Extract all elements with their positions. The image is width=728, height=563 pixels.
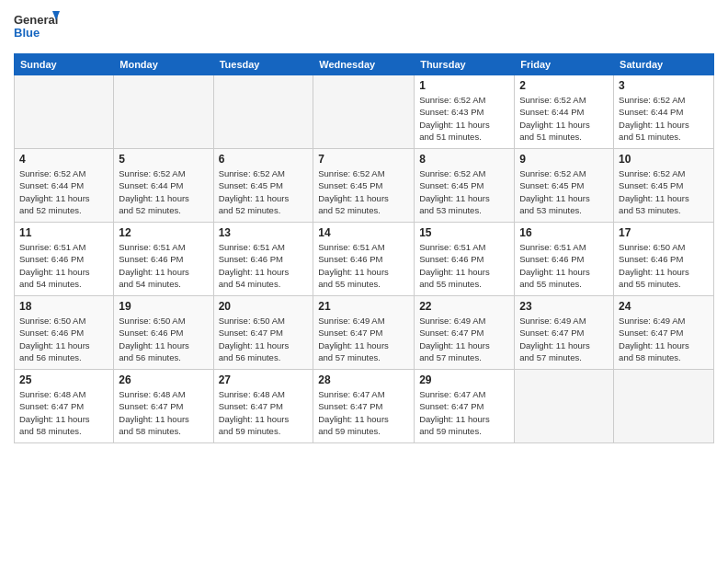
day-number: 14	[318, 226, 409, 239]
day-info: Sunrise: 6:52 AMSunset: 6:45 PMDaylight:…	[219, 167, 309, 216]
day-number: 8	[419, 153, 509, 166]
day-cell: 22Sunrise: 6:49 AMSunset: 6:47 PMDayligh…	[415, 296, 515, 370]
day-cell	[114, 75, 213, 149]
day-cell	[515, 370, 614, 443]
day-number: 27	[219, 373, 309, 386]
day-info: Sunrise: 6:51 AMSunset: 6:46 PMDaylight:…	[419, 241, 509, 290]
day-info: Sunrise: 6:52 AMSunset: 6:44 PMDaylight:…	[619, 94, 709, 143]
week-row-3: 11Sunrise: 6:51 AMSunset: 6:46 PMDayligh…	[15, 223, 714, 296]
day-info: Sunrise: 6:52 AMSunset: 6:45 PMDaylight:…	[519, 167, 609, 216]
day-number: 23	[519, 300, 609, 313]
week-row-5: 25Sunrise: 6:48 AMSunset: 6:47 PMDayligh…	[15, 370, 714, 443]
header-thursday: Thursday	[415, 54, 515, 75]
day-number: 2	[519, 79, 609, 92]
day-info: Sunrise: 6:47 AMSunset: 6:47 PMDaylight:…	[318, 388, 409, 437]
day-info: Sunrise: 6:49 AMSunset: 6:47 PMDaylight:…	[619, 315, 709, 363]
day-cell: 2Sunrise: 6:52 AMSunset: 6:44 PMDaylight…	[515, 75, 614, 149]
day-info: Sunrise: 6:48 AMSunset: 6:47 PMDaylight:…	[219, 388, 309, 437]
day-info: Sunrise: 6:52 AMSunset: 6:45 PMDaylight:…	[318, 167, 409, 216]
day-cell: 3Sunrise: 6:52 AMSunset: 6:44 PMDaylight…	[614, 75, 714, 149]
day-info: Sunrise: 6:49 AMSunset: 6:47 PMDaylight:…	[419, 315, 509, 363]
day-info: Sunrise: 6:48 AMSunset: 6:47 PMDaylight:…	[19, 388, 108, 437]
day-cell: 5Sunrise: 6:52 AMSunset: 6:44 PMDaylight…	[114, 149, 213, 223]
day-info: Sunrise: 6:52 AMSunset: 6:44 PMDaylight:…	[119, 167, 208, 216]
day-info: Sunrise: 6:52 AMSunset: 6:45 PMDaylight:…	[419, 167, 509, 216]
day-cell: 24Sunrise: 6:49 AMSunset: 6:47 PMDayligh…	[614, 296, 714, 370]
logo: General Blue	[14, 9, 60, 46]
day-cell: 12Sunrise: 6:51 AMSunset: 6:46 PMDayligh…	[114, 223, 213, 296]
day-info: Sunrise: 6:52 AMSunset: 6:44 PMDaylight:…	[19, 167, 108, 216]
day-number: 7	[318, 153, 409, 166]
day-info: Sunrise: 6:51 AMSunset: 6:46 PMDaylight:…	[519, 241, 609, 290]
day-number: 25	[19, 373, 108, 386]
day-cell: 19Sunrise: 6:50 AMSunset: 6:46 PMDayligh…	[114, 296, 213, 370]
day-cell: 10Sunrise: 6:52 AMSunset: 6:45 PMDayligh…	[614, 149, 714, 223]
svg-text:General: General	[14, 13, 58, 27]
day-info: Sunrise: 6:51 AMSunset: 6:46 PMDaylight:…	[19, 241, 108, 290]
day-cell: 4Sunrise: 6:52 AMSunset: 6:44 PMDaylight…	[15, 149, 114, 223]
day-number: 12	[119, 226, 208, 239]
day-cell	[614, 370, 714, 443]
day-cell: 21Sunrise: 6:49 AMSunset: 6:47 PMDayligh…	[313, 296, 415, 370]
day-number: 18	[19, 300, 108, 313]
day-info: Sunrise: 6:52 AMSunset: 6:45 PMDaylight:…	[619, 167, 709, 216]
day-cell	[15, 75, 114, 149]
day-cell	[313, 75, 415, 149]
header-monday: Monday	[114, 54, 213, 75]
day-number: 10	[619, 153, 709, 166]
day-info: Sunrise: 6:52 AMSunset: 6:43 PMDaylight:…	[419, 94, 509, 143]
calendar-table: SundayMondayTuesdayWednesdayThursdayFrid…	[14, 53, 714, 443]
day-cell: 11Sunrise: 6:51 AMSunset: 6:46 PMDayligh…	[15, 223, 114, 296]
day-info: Sunrise: 6:52 AMSunset: 6:44 PMDaylight:…	[519, 94, 609, 143]
day-cell: 28Sunrise: 6:47 AMSunset: 6:47 PMDayligh…	[313, 370, 415, 443]
logo-svg: General Blue	[14, 9, 60, 46]
day-number: 3	[619, 79, 709, 92]
day-number: 28	[318, 373, 409, 386]
day-cell: 15Sunrise: 6:51 AMSunset: 6:46 PMDayligh…	[415, 223, 515, 296]
day-info: Sunrise: 6:50 AMSunset: 6:47 PMDaylight:…	[219, 315, 309, 363]
day-number: 20	[219, 300, 309, 313]
day-cell: 7Sunrise: 6:52 AMSunset: 6:45 PMDaylight…	[313, 149, 415, 223]
day-cell: 18Sunrise: 6:50 AMSunset: 6:46 PMDayligh…	[15, 296, 114, 370]
day-number: 4	[19, 153, 108, 166]
day-cell	[213, 75, 313, 149]
day-cell: 1Sunrise: 6:52 AMSunset: 6:43 PMDaylight…	[415, 75, 515, 149]
day-cell: 6Sunrise: 6:52 AMSunset: 6:45 PMDaylight…	[213, 149, 313, 223]
header-saturday: Saturday	[614, 54, 714, 75]
day-cell: 8Sunrise: 6:52 AMSunset: 6:45 PMDaylight…	[415, 149, 515, 223]
day-number: 19	[119, 300, 208, 313]
header: General Blue	[14, 9, 714, 46]
day-cell: 20Sunrise: 6:50 AMSunset: 6:47 PMDayligh…	[213, 296, 313, 370]
day-info: Sunrise: 6:51 AMSunset: 6:46 PMDaylight:…	[219, 241, 309, 290]
day-cell: 29Sunrise: 6:47 AMSunset: 6:47 PMDayligh…	[415, 370, 515, 443]
day-number: 11	[19, 226, 108, 239]
week-row-2: 4Sunrise: 6:52 AMSunset: 6:44 PMDaylight…	[15, 149, 714, 223]
day-cell: 26Sunrise: 6:48 AMSunset: 6:47 PMDayligh…	[114, 370, 213, 443]
calendar-page: General Blue SundayMondayTuesdayWednesda…	[0, 0, 728, 563]
day-number: 6	[219, 153, 309, 166]
day-number: 17	[619, 226, 709, 239]
day-number: 16	[519, 226, 609, 239]
svg-text:Blue: Blue	[14, 26, 40, 40]
day-number: 24	[619, 300, 709, 313]
day-number: 22	[419, 300, 509, 313]
day-info: Sunrise: 6:50 AMSunset: 6:46 PMDaylight:…	[119, 315, 208, 363]
day-info: Sunrise: 6:51 AMSunset: 6:46 PMDaylight:…	[318, 241, 409, 290]
week-row-4: 18Sunrise: 6:50 AMSunset: 6:46 PMDayligh…	[15, 296, 714, 370]
header-tuesday: Tuesday	[213, 54, 313, 75]
day-number: 1	[419, 79, 509, 92]
day-cell: 9Sunrise: 6:52 AMSunset: 6:45 PMDaylight…	[515, 149, 614, 223]
day-info: Sunrise: 6:49 AMSunset: 6:47 PMDaylight:…	[318, 315, 409, 363]
day-cell: 25Sunrise: 6:48 AMSunset: 6:47 PMDayligh…	[15, 370, 114, 443]
day-info: Sunrise: 6:49 AMSunset: 6:47 PMDaylight:…	[519, 315, 609, 363]
calendar-header-row: SundayMondayTuesdayWednesdayThursdayFrid…	[15, 54, 714, 75]
day-cell: 13Sunrise: 6:51 AMSunset: 6:46 PMDayligh…	[213, 223, 313, 296]
day-number: 5	[119, 153, 208, 166]
day-info: Sunrise: 6:50 AMSunset: 6:46 PMDaylight:…	[19, 315, 108, 363]
header-friday: Friday	[515, 54, 614, 75]
day-cell: 23Sunrise: 6:49 AMSunset: 6:47 PMDayligh…	[515, 296, 614, 370]
week-row-1: 1Sunrise: 6:52 AMSunset: 6:43 PMDaylight…	[15, 75, 714, 149]
day-cell: 14Sunrise: 6:51 AMSunset: 6:46 PMDayligh…	[313, 223, 415, 296]
day-number: 21	[318, 300, 409, 313]
header-sunday: Sunday	[15, 54, 114, 75]
